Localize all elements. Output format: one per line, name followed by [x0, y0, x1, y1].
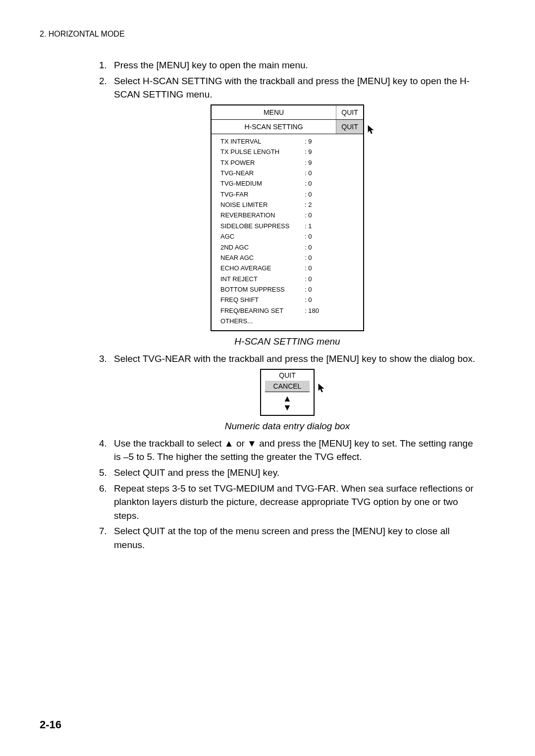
menu-row-value: : 0 [305, 233, 312, 240]
menu-title: MENU [212, 105, 336, 119]
page-number: 2-16 [40, 718, 61, 731]
menu-row-value: : 0 [305, 275, 312, 283]
menu-row-label: AGC [220, 233, 305, 240]
menu-row-label: NOISE LIMITER [220, 201, 305, 208]
menu-row[interactable]: INT REJECT: 0 [220, 274, 357, 284]
menu-row-label: 2ND AGC [220, 244, 305, 251]
step-text: Select TVG-NEAR with the trackball and p… [114, 352, 476, 366]
menu-row[interactable]: OTHERS... [220, 316, 357, 326]
down-arrow-icon[interactable]: ▼ [261, 403, 314, 412]
menu-row-value: : 0 [305, 191, 312, 198]
menu-rows: TX INTERVAL: 9 TX PULSE LENGTH: 9 TX POW… [212, 134, 363, 331]
menu-row[interactable]: TX INTERVAL: 9 [220, 136, 357, 147]
menu-row-label: REVERBERATION [220, 211, 305, 219]
menu-row-value: : 0 [305, 264, 312, 272]
menu-row-value: : 9 [305, 138, 312, 145]
menu-row-label: TVG-MEDIUM [220, 180, 305, 187]
cursor-icon [317, 383, 327, 396]
menu-row[interactable]: TVG-MEDIUM: 0 [220, 178, 357, 189]
step-4: 4. Use the trackball to select ▲ or ▼ an… [99, 437, 476, 464]
step-text: Select QUIT at the top of the menu scree… [114, 524, 476, 552]
menu-row[interactable]: 2ND AGC: 0 [220, 242, 357, 252]
menu-row-label: OTHERS... [220, 317, 305, 325]
menu-subtitle: H-SCAN SETTING [212, 120, 336, 134]
menu-row-value: : 9 [305, 159, 312, 166]
menu-row-label: TVG-NEAR [220, 169, 305, 177]
step-7: 7. Select QUIT at the top of the menu sc… [99, 524, 476, 552]
menu-row-value: : 9 [305, 148, 312, 155]
step-text: Select H-SCAN SETTING with the trackball… [114, 74, 476, 101]
step-number: 2. [99, 74, 114, 101]
numeric-dialog-box: QUIT CANCEL ▲ ▼ [260, 369, 315, 416]
step-number: 3. [99, 352, 114, 366]
step-1: 1. Press the [MENU] key to open the main… [99, 58, 476, 72]
menu-row-label: TVG-FAR [220, 191, 305, 198]
menu-row-label: ECHO AVERAGE [220, 264, 305, 272]
menu-row[interactable]: FREQ SHIFT: 0 [220, 295, 357, 305]
cursor-icon [366, 124, 377, 137]
menu-row-label: INT REJECT [220, 275, 305, 283]
step-text: Select QUIT and press the [MENU] key. [114, 466, 476, 480]
step-5: 5. Select QUIT and press the [MENU] key. [99, 466, 476, 480]
menu-row[interactable]: FREQ/BEARING SET: 180 [220, 305, 357, 316]
menu-row[interactable]: REVERBERATION: 0 [220, 210, 357, 220]
menu-row[interactable]: ECHO AVERAGE: 0 [220, 263, 357, 273]
dialog-quit[interactable]: QUIT [261, 370, 314, 381]
menu-row[interactable]: AGC: 0 [220, 231, 357, 242]
menu-row-value: : 180 [305, 307, 319, 314]
dialog-cancel[interactable]: CANCEL [265, 381, 310, 392]
step-3: 3. Select TVG-NEAR with the trackball an… [99, 352, 476, 366]
menu-row[interactable]: BOTTOM SUPPRESS: 0 [220, 284, 357, 295]
menu-row[interactable]: SIDELOBE SUPPRESS: 1 [220, 221, 357, 231]
menu-quit[interactable]: QUIT [336, 105, 363, 119]
menu-row-label: BOTTOM SUPPRESS [220, 286, 305, 293]
step-text: Press the [MENU] key to open the main me… [114, 58, 476, 72]
step-number: 4. [99, 437, 114, 464]
menu-row-label: NEAR AGC [220, 254, 305, 261]
menu-row-value: : 0 [305, 244, 312, 251]
menu-row[interactable]: TVG-NEAR: 0 [220, 168, 357, 178]
menu-row-label: FREQ/BEARING SET [220, 307, 305, 314]
menu-row-label: SIDELOBE SUPPRESS [220, 222, 305, 230]
menu-row-value: : 1 [305, 222, 312, 230]
menu-row-value: : 0 [305, 211, 312, 219]
menu-row-value: : 0 [305, 254, 312, 261]
up-arrow-icon[interactable]: ▲ [261, 394, 314, 403]
menu-row[interactable]: TX POWER: 9 [220, 157, 357, 167]
menu-row-label: TX INTERVAL [220, 138, 305, 145]
menu-row-value: : 2 [305, 201, 312, 208]
step-number: 1. [99, 58, 114, 72]
step-6: 6. Repeat steps 3-5 to set TVG-MEDIUM an… [99, 482, 476, 523]
step-number: 5. [99, 466, 114, 480]
menu-row-value: : 0 [305, 169, 312, 177]
step-text: Use the trackball to select ▲ or ▼ and p… [114, 437, 476, 464]
hscan-menu-box: MENU QUIT H-SCAN SETTING QUIT TX INTERVA… [211, 104, 364, 332]
menu-caption: H-SCAN SETTING menu [99, 336, 476, 347]
menu-row-value: : 0 [305, 286, 312, 293]
step-2: 2. Select H-SCAN SETTING with the trackb… [99, 74, 476, 101]
menu-row-label: FREQ SHIFT [220, 296, 305, 303]
menu-row[interactable]: TVG-FAR: 0 [220, 189, 357, 200]
page-header: 2. HORIZONTAL MODE [40, 30, 495, 39]
menu-row[interactable]: NOISE LIMITER: 2 [220, 200, 357, 210]
menu-sub-quit[interactable]: QUIT [336, 120, 363, 134]
menu-row[interactable]: TX PULSE LENGTH: 9 [220, 147, 357, 157]
menu-row-label: TX PULSE LENGTH [220, 148, 305, 155]
step-number: 7. [99, 524, 114, 552]
step-number: 6. [99, 482, 114, 523]
menu-row[interactable]: NEAR AGC: 0 [220, 252, 357, 263]
dialog-caption: Numeric data entry dialog box [99, 421, 476, 432]
step-text: Repeat steps 3-5 to set TVG-MEDIUM and T… [114, 482, 476, 523]
menu-row-value: : 0 [305, 296, 312, 303]
menu-row-value: : 0 [305, 180, 312, 187]
menu-row-label: TX POWER [220, 159, 305, 166]
